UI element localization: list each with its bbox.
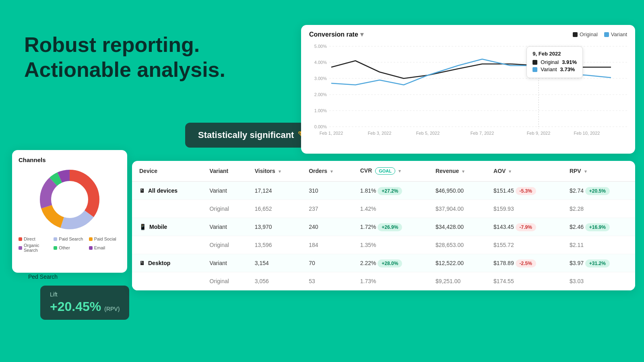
cell-variant: Variant xyxy=(202,218,248,236)
cell-device xyxy=(132,200,202,218)
col-visitors[interactable]: Visitors ▾ xyxy=(248,161,301,181)
cell-cvr: 1.42% xyxy=(353,200,428,218)
cell-orders: 240 xyxy=(301,218,353,236)
cell-device: 🖥 Desktop xyxy=(132,254,202,272)
lift-value: +20.45% xyxy=(50,299,101,314)
cell-orders: 184 xyxy=(301,236,353,254)
channels-title: Channels xyxy=(19,156,121,163)
cell-rpv: $2.28 xyxy=(562,200,635,218)
stat-sig-badge: Statistically significant 🏆 xyxy=(185,123,321,148)
cell-variant: Variant xyxy=(202,181,248,200)
lift-sub: (RPV) xyxy=(104,306,120,312)
cell-device xyxy=(132,236,202,254)
cell-rpv: $2.11 xyxy=(562,236,635,254)
cell-aov: $174.55 xyxy=(486,272,562,290)
donut-container xyxy=(19,167,121,232)
chart-dropdown-icon[interactable]: ▾ xyxy=(360,31,363,38)
cell-aov: $143.45 -7.9% xyxy=(486,218,562,236)
channels-legend: Direct Paid Search Paid Social Organic S… xyxy=(19,237,121,253)
legend-item-paid-search: Paid Search xyxy=(54,237,85,241)
cell-variant: Variant xyxy=(202,254,248,272)
cell-device: 📱 Mobile xyxy=(132,218,202,236)
cell-visitors: 13,970 xyxy=(248,218,301,236)
cell-variant: Original xyxy=(202,200,248,218)
data-table: Device Variant Visitors ▾ Orders ▾ CVR G… xyxy=(132,161,635,290)
cell-orders: 53 xyxy=(301,272,353,290)
legend-variant: Variant xyxy=(604,31,627,37)
cell-rpv: $2.46 +16.9% xyxy=(562,218,635,236)
cell-rpv: $2.74 +20.5% xyxy=(562,181,635,200)
svg-text:4.00%: 4.00% xyxy=(314,60,327,65)
legend-item-other: Other xyxy=(54,243,85,253)
cell-visitors: 17,124 xyxy=(248,181,301,200)
cell-visitors: 13,596 xyxy=(248,236,301,254)
table-row: Original13,5961841.35%$28,653.00$155.72$… xyxy=(132,236,635,254)
chart-title: Conversion rate ▾ xyxy=(309,31,363,38)
cell-aov: $178.89 -2.5% xyxy=(486,254,562,272)
svg-text:1.00%: 1.00% xyxy=(314,108,327,113)
cell-orders: 310 xyxy=(301,181,353,200)
svg-point-28 xyxy=(52,181,88,218)
col-device: Device xyxy=(132,161,202,181)
cell-orders: 237 xyxy=(301,200,353,218)
svg-text:Feb 9, 2022: Feb 9, 2022 xyxy=(527,131,551,136)
svg-text:Feb 3, 2022: Feb 3, 2022 xyxy=(368,131,392,136)
table-panel: Device Variant Visitors ▾ Orders ▾ CVR G… xyxy=(132,161,635,290)
hero-title: Robust reporting. Actionable analysis. xyxy=(24,32,225,82)
table-row: 📱 MobileVariant13,9702401.72% +26.9%$34,… xyxy=(132,218,635,236)
cell-device xyxy=(132,272,202,290)
chart-area: 9, Feb 2022 Original 3.91% Variant 3.73%… xyxy=(301,42,635,143)
cell-aov: $155.72 xyxy=(486,236,562,254)
col-cvr[interactable]: CVR GOAL ▾ xyxy=(353,161,428,181)
chart-tooltip: 9, Feb 2022 Original 3.91% Variant 3.73% xyxy=(526,46,583,78)
tooltip-date: 9, Feb 2022 xyxy=(533,51,577,57)
legend-item-paid-social: Paid Social xyxy=(89,237,121,241)
cell-cvr: 1.73% xyxy=(353,272,428,290)
tooltip-variant-row: Variant 3.73% xyxy=(533,66,577,72)
col-aov[interactable]: AOV ▾ xyxy=(486,161,562,181)
cell-cvr: 1.81% +27.2% xyxy=(353,181,428,200)
ped-search-label: Ped Search xyxy=(28,274,58,280)
cell-variant: Original xyxy=(202,272,248,290)
cell-cvr: 2.22% +28.0% xyxy=(353,254,428,272)
cell-visitors: 3,056 xyxy=(248,272,301,290)
hero-section: Robust reporting. Actionable analysis. xyxy=(24,32,225,82)
cell-revenue: $46,950.00 xyxy=(428,181,486,200)
chart-panel: Conversion rate ▾ Original Variant 9, Fe… xyxy=(301,25,635,154)
donut-chart xyxy=(37,167,102,232)
col-orders[interactable]: Orders ▾ xyxy=(301,161,353,181)
cell-aov: $151.45 -5.3% xyxy=(486,181,562,200)
svg-text:3.00%: 3.00% xyxy=(314,76,327,81)
svg-text:Feb 1, 2022: Feb 1, 2022 xyxy=(320,131,343,136)
cell-revenue: $12,522.00 xyxy=(428,254,486,272)
stat-sig-label: Statistically significant xyxy=(198,130,294,140)
cell-revenue: $34,428.00 xyxy=(428,218,486,236)
chart-legend: Original Variant xyxy=(573,31,627,37)
lift-badge: Lift +20.45% (RPV) xyxy=(40,286,129,320)
cell-visitors: 16,652 xyxy=(248,200,301,218)
table-row: 🖥 All devicesVariant17,1243101.81% +27.2… xyxy=(132,181,635,200)
svg-text:Feb 7, 2022: Feb 7, 2022 xyxy=(471,131,494,136)
cell-cvr: 1.72% +26.9% xyxy=(353,218,428,236)
cell-cvr: 1.35% xyxy=(353,236,428,254)
lift-label: Lift xyxy=(50,291,120,298)
legend-item-email: Email xyxy=(89,243,121,253)
cell-revenue: $28,653.00 xyxy=(428,236,486,254)
col-rpv[interactable]: RPV ▾ xyxy=(562,161,635,181)
legend-item-organic-search: Organic Search xyxy=(19,243,50,253)
cell-variant: Original xyxy=(202,236,248,254)
cell-rpv: $3.03 xyxy=(562,272,635,290)
table-row: Original3,056531.73%$9,251.00$174.55$3.0… xyxy=(132,272,635,290)
cell-visitors: 3,154 xyxy=(248,254,301,272)
svg-text:Feb 5, 2022: Feb 5, 2022 xyxy=(416,131,440,136)
svg-text:2.00%: 2.00% xyxy=(314,92,327,97)
col-revenue[interactable]: Revenue ▾ xyxy=(428,161,486,181)
svg-text:0.00%: 0.00% xyxy=(314,124,327,129)
cell-aov: $159.93 xyxy=(486,200,562,218)
col-variant: Variant xyxy=(202,161,248,181)
cell-revenue: $9,251.00 xyxy=(428,272,486,290)
cell-orders: 70 xyxy=(301,254,353,272)
table-row: Original16,6522371.42%$37,904.00$159.93$… xyxy=(132,200,635,218)
legend-item-direct: Direct xyxy=(19,237,50,241)
svg-text:Feb 10, 2022: Feb 10, 2022 xyxy=(574,131,600,136)
